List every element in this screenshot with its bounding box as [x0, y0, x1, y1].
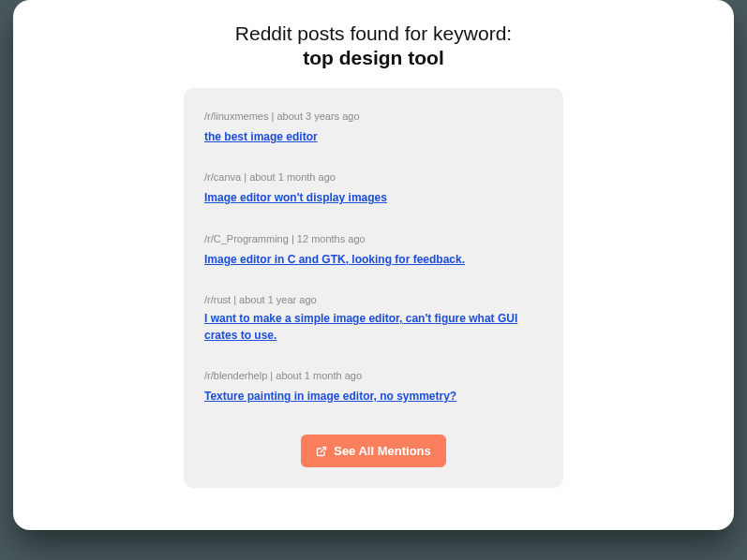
post-time: 12 months ago: [297, 233, 366, 244]
page-heading: Reddit posts found for keyword: top desi…: [51, 22, 696, 69]
post-item: /r/linuxmemes | about 3 years ago the be…: [204, 111, 543, 145]
post-time: about 1 month ago: [276, 370, 362, 381]
svg-line-0: [321, 447, 326, 452]
post-meta: /r/C_Programming | 12 months ago: [204, 233, 543, 244]
post-time: about 1 month ago: [249, 171, 336, 183]
post-meta: /r/rust | about 1 year ago: [204, 294, 543, 305]
post-title-link[interactable]: I want to make a simple image editor, ca…: [204, 311, 543, 344]
post-time: about 3 years ago: [276, 111, 359, 122]
results-list: /r/linuxmemes | about 3 years ago the be…: [184, 88, 563, 488]
post-title-link[interactable]: Texture painting in image editor, no sym…: [204, 389, 456, 405]
post-subreddit: /r/C_Programming: [204, 233, 289, 244]
post-meta: /r/canva | about 1 month ago: [204, 171, 543, 183]
post-title-link[interactable]: Image editor won't display images: [204, 190, 387, 206]
post-title-link[interactable]: Image editor in C and GTK, looking for f…: [204, 252, 465, 268]
post-item: /r/rust | about 1 year ago I want to mak…: [204, 294, 543, 344]
results-card: Reddit posts found for keyword: top desi…: [13, 0, 734, 530]
post-meta: /r/linuxmemes | about 3 years ago: [204, 111, 543, 122]
post-time: about 1 year ago: [239, 294, 317, 305]
post-subreddit: /r/blenderhelp: [204, 370, 267, 381]
post-item: /r/canva | about 1 month ago Image edito…: [204, 171, 543, 206]
see-all-mentions-button[interactable]: See All Mentions: [301, 435, 446, 467]
post-item: /r/C_Programming | 12 months ago Image e…: [204, 233, 543, 268]
button-row: See All Mentions: [204, 431, 543, 467]
post-subreddit: /r/canva: [204, 171, 241, 183]
post-title-link[interactable]: the best image editor: [204, 129, 318, 145]
post-subreddit: /r/linuxmemes: [204, 111, 268, 122]
heading-keyword: top design tool: [51, 47, 696, 69]
external-link-icon: [316, 446, 327, 457]
post-item: /r/blenderhelp | about 1 month ago Textu…: [204, 370, 543, 405]
post-subreddit: /r/rust: [204, 294, 231, 305]
heading-intro: Reddit posts found for keyword:: [51, 22, 696, 45]
post-meta: /r/blenderhelp | about 1 month ago: [204, 370, 543, 381]
see-all-label: See All Mentions: [334, 444, 431, 458]
